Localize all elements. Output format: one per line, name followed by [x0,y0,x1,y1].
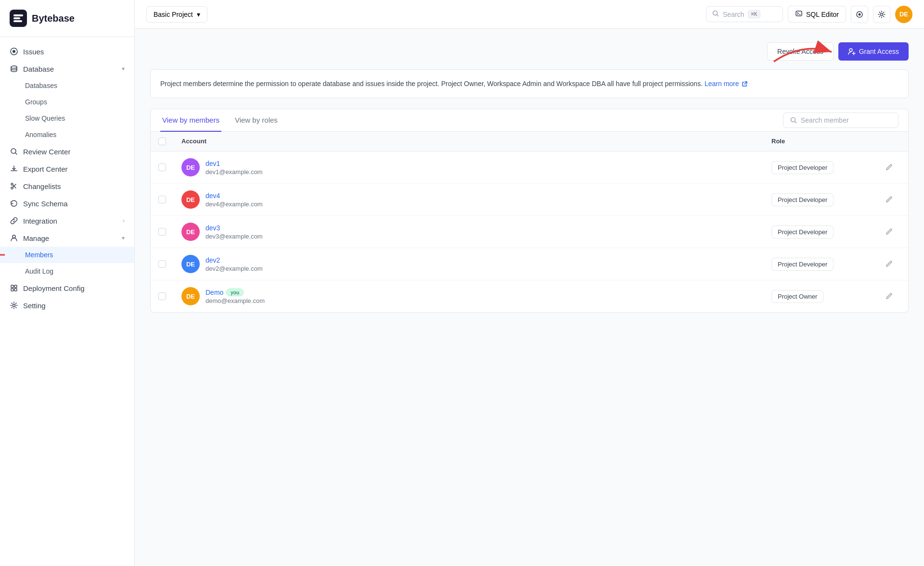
tab-view-by-roles[interactable]: View by roles [233,109,280,132]
project-selector[interactable]: Basic Project ▾ [146,6,207,23]
description-text: Project members determine the permission… [160,80,703,88]
search-shortcut: ⌘K [748,10,760,18]
svg-point-23 [849,49,852,51]
member-email: dev3@example.com [205,233,263,240]
member-name-link[interactable]: dev4 [205,192,220,200]
select-all-checkbox[interactable] [158,138,166,145]
sidebar-item-deployment-config-label: Deployment Config [23,284,85,292]
row-checkbox[interactable] [158,164,166,171]
grant-access-button[interactable]: Grant Access [838,42,909,61]
member-name-link[interactable]: dev3 [205,224,220,232]
role-badge: Project Owner [771,290,823,303]
sidebar-item-setting[interactable]: Setting [0,297,134,314]
sql-editor-icon [795,10,803,19]
row-checkbox[interactable] [158,260,166,268]
member-role-col: Project Developer [771,161,877,174]
sidebar-item-members[interactable]: Members [0,247,134,263]
member-name-link[interactable]: dev1 [205,160,220,167]
row-checkbox-col [158,196,181,203]
settings-button[interactable] [873,6,890,23]
global-search-placeholder: Search [723,11,744,18]
svg-rect-18 [796,11,802,16]
edit-member-button[interactable] [877,292,900,300]
search-icon [712,10,719,18]
row-checkbox-col [158,260,181,268]
content-area: Revoke Access Grant Access Project membe… [135,29,924,566]
database-icon [10,64,18,73]
role-badge: Project Developer [771,161,834,174]
sidebar-item-slow-queries[interactable]: Slow Queries [0,110,134,126]
edit-member-button[interactable] [877,196,900,203]
sidebar-item-anomalies[interactable]: Anomalies [0,126,134,143]
chevron-down-icon: ▾ [122,65,125,72]
table-header: Account Role [151,132,908,151]
sidebar-item-changelists[interactable]: Changelists [0,177,134,195]
row-checkbox-col [158,164,181,171]
member-search[interactable]: Search member [783,113,898,128]
logo[interactable]: Bytebase [0,0,134,37]
member-avatar: DE [181,190,200,209]
edit-member-button[interactable] [877,228,900,236]
edit-member-button[interactable] [877,164,900,171]
member-avatar: DE [181,255,200,273]
row-checkbox[interactable] [158,228,166,236]
member-name-link[interactable]: Demo [205,289,223,296]
sidebar-item-sync-schema[interactable]: Sync Schema [0,195,134,212]
svg-rect-14 [11,289,13,291]
sidebar-item-integration-label: Integration [23,217,57,225]
sidebar-item-audit-log[interactable]: Audit Log [0,263,134,279]
app-name: Bytebase [32,13,75,24]
member-role-col: Project Developer [771,258,877,271]
external-link-icon [742,81,747,87]
activity-button[interactable] [851,6,868,23]
person-add-icon [848,48,856,55]
member-role-col: Project Developer [771,226,877,239]
user-initials: DE [899,11,908,18]
sidebar-item-export-center-label: Export Center [23,165,68,173]
sidebar-item-members-label: Members [25,251,53,259]
member-name: dev3 [205,224,263,232]
sql-editor-button[interactable]: SQL Editor [788,6,846,23]
role-badge: Project Developer [771,193,834,206]
members-table: Account Role DE dev1 dev1@example.com Pr… [150,132,909,313]
circle-dot-icon [10,47,18,56]
tab-view-by-members[interactable]: View by members [160,109,221,132]
member-name: dev2 [205,256,263,264]
member-name-link[interactable]: dev2 [205,256,220,264]
description-box: Project members determine the permission… [150,69,909,98]
tabs-row: View by members View by roles Search mem… [150,109,909,132]
member-avatar: DE [181,158,200,176]
svg-point-6 [11,66,17,68]
svg-rect-13 [14,285,17,288]
sidebar-item-manage[interactable]: Manage ▾ [0,229,134,247]
members-arrow-annotation [0,248,10,262]
sidebar-item-review-center[interactable]: Review Center [0,143,134,160]
sidebar-item-issues[interactable]: Issues [0,43,134,60]
sidebar-item-integration[interactable]: Integration › [0,212,134,229]
table-row: DE dev4 dev4@example.com Project Develop… [151,184,908,216]
member-info: DE dev3 dev3@example.com [181,223,771,241]
sidebar-item-deployment-config[interactable]: Deployment Config [0,279,134,297]
edit-member-button[interactable] [877,260,900,268]
member-avatar: DE [181,223,200,241]
member-role-col: Project Developer [771,193,877,206]
sidebar-item-database[interactable]: Database ▾ [0,60,134,77]
person-icon [10,234,18,242]
row-checkbox[interactable] [158,196,166,203]
member-search-placeholder: Search member [801,116,849,124]
learn-more-link[interactable]: Learn more [705,80,747,88]
global-search[interactable]: Search ⌘K [706,6,783,22]
svg-point-16 [13,304,15,307]
user-avatar[interactable]: DE [895,6,912,23]
sidebar-item-manage-label: Manage [23,234,49,242]
actions-row: Revoke Access Grant Access [150,42,909,61]
row-checkbox-col [158,292,181,300]
member-email: dev2@example.com [205,265,263,272]
row-checkbox[interactable] [158,292,166,300]
grid-icon [10,284,18,292]
sidebar-item-databases[interactable]: Databases [0,77,134,94]
sidebar-item-groups[interactable]: Groups [0,94,134,110]
revoke-access-button[interactable]: Revoke Access [767,42,834,61]
sidebar-item-export-center[interactable]: Export Center [0,160,134,177]
sidebar-item-issues-label: Issues [23,48,44,56]
